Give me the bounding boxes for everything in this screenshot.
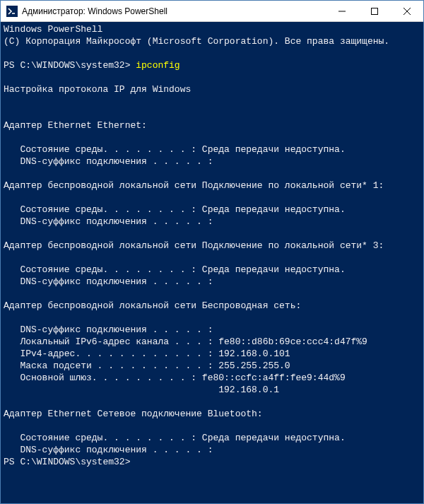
svg-rect-1: [372, 8, 378, 14]
output-line: Основной шлюз. . . . . . . . . : fe80::c…: [4, 373, 346, 383]
banner-line: Windows PowerShell: [4, 24, 102, 35]
titlebar[interactable]: Администратор: Windows PowerShell: [1, 1, 423, 22]
output-line: Состояние среды. . . . . . . . : Среда п…: [4, 204, 346, 215]
adapter-name: Адаптер Ethernet Сетевое подключение Blu…: [4, 409, 263, 419]
output-line: Состояние среды. . . . . . . . : Среда п…: [4, 264, 346, 275]
minimize-button[interactable]: [326, 1, 358, 21]
output-line: 192.168.0.1: [4, 385, 279, 395]
adapter-name: Адаптер беспроводной локальной сети Подк…: [4, 180, 384, 191]
banner-line: (C) Корпорация Майкрософт (Microsoft Cor…: [4, 36, 389, 47]
output-line: Состояние среды. . . . . . . . : Среда п…: [4, 144, 346, 155]
output-line: Локальный IPv6-адрес канала . . . : fe80…: [4, 336, 367, 347]
output-line: Состояние среды. . . . . . . . : Среда п…: [4, 433, 346, 443]
window-title: Администратор: Windows PowerShell: [22, 6, 326, 16]
output-line: DNS-суффикс подключения . . . . . :: [4, 445, 213, 455]
output-line: DNS-суффикс подключения . . . . . :: [4, 216, 213, 227]
prompt-prefix: PS C:\WINDOWS\system32>: [4, 60, 136, 71]
adapter-name: Адаптер беспроводной локальной сети Бесп…: [4, 300, 301, 311]
entered-command: ipconfig: [136, 60, 179, 71]
output-line: IPv4-адрес. . . . . . . . . . . . : 192.…: [4, 348, 290, 359]
window-controls: [326, 1, 423, 21]
output-heading: Настройка протокола IP для Windows: [4, 84, 191, 95]
output-line: DNS-суффикс подключения . . . . . :: [4, 276, 213, 287]
output-line: DNS-суффикс подключения . . . . . :: [4, 324, 213, 335]
terminal-viewport[interactable]: Windows PowerShell (C) Корпорация Майкро…: [1, 22, 423, 503]
output-line: DNS-суффикс подключения . . . . . :: [4, 156, 213, 167]
maximize-button[interactable]: [358, 1, 391, 21]
adapter-name: Адаптер Ethernet Ethernet:: [4, 120, 147, 131]
output-line: Маска подсети . . . . . . . . . . : 255.…: [4, 361, 290, 371]
close-button[interactable]: [391, 1, 423, 21]
powershell-icon: [6, 6, 18, 17]
prompt-prefix: PS C:\WINDOWS\system32>: [4, 457, 130, 467]
powershell-window: Администратор: Windows PowerShell Window…: [0, 0, 424, 504]
adapter-name: Адаптер беспроводной локальной сети Подк…: [4, 240, 384, 251]
